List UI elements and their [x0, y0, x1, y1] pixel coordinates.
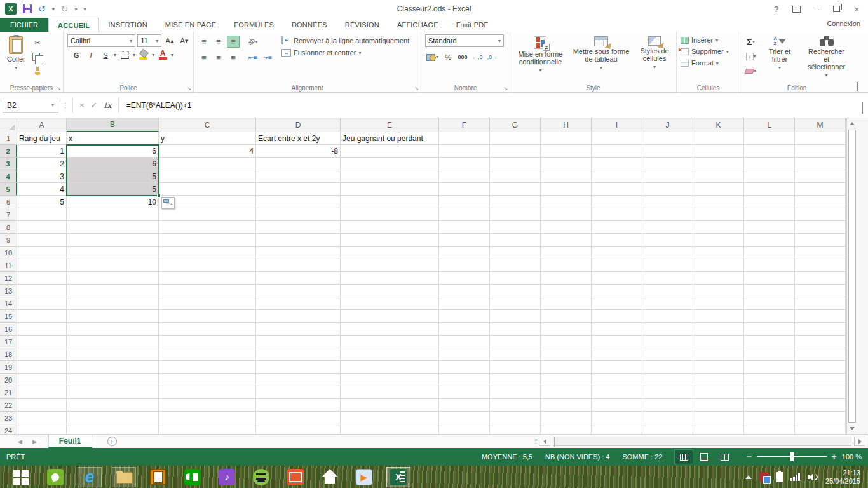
cell-F23[interactable]	[439, 412, 490, 424]
autofill-options-button[interactable]: ⁘+	[161, 197, 175, 209]
cell-D10[interactable]	[256, 247, 341, 259]
cell-I23[interactable]	[592, 412, 642, 424]
cell-A11[interactable]	[17, 259, 67, 272]
cell-M24[interactable]	[795, 424, 846, 434]
cell-C12[interactable]	[159, 272, 256, 285]
cell-G22[interactable]	[490, 399, 541, 412]
cell-A24[interactable]	[17, 424, 67, 434]
paste-button[interactable]: Coller▾	[4, 34, 29, 83]
cell-F24[interactable]	[439, 424, 490, 434]
excel-app-icon[interactable]: X	[5, 3, 17, 15]
cell-H20[interactable]	[541, 374, 592, 386]
cell-M1[interactable]	[795, 132, 846, 145]
bold-button[interactable]: G	[70, 49, 83, 61]
cell-L10[interactable]	[744, 247, 795, 259]
row-header-19[interactable]: 19	[0, 361, 17, 374]
cell-B17[interactable]	[67, 336, 159, 348]
taskbar-photos-icon[interactable]	[283, 467, 308, 487]
cell-I1[interactable]	[592, 132, 642, 145]
cell-E10[interactable]	[341, 247, 439, 259]
taskbar-music-icon[interactable]: ♪	[215, 467, 239, 487]
font-dialog-launcher[interactable]: ↘	[187, 86, 191, 92]
cell-E17[interactable]	[341, 336, 439, 348]
cell-C5[interactable]	[159, 183, 256, 196]
scroll-down-button[interactable]	[847, 423, 857, 434]
battery-icon[interactable]	[776, 472, 783, 482]
cell-D14[interactable]	[256, 297, 341, 310]
cell-F9[interactable]	[439, 234, 490, 247]
decrease-decimal-button[interactable]: ,0→	[486, 51, 499, 63]
cell-C7[interactable]	[159, 208, 256, 221]
cell-D20[interactable]	[256, 374, 341, 386]
formula-input[interactable]: =ENT(6*ALEA())+1	[123, 101, 192, 110]
cell-D24[interactable]	[256, 424, 341, 434]
cell-G24[interactable]	[490, 424, 541, 434]
cell-E22[interactable]	[341, 399, 439, 412]
vertical-scrollbar[interactable]	[846, 118, 857, 434]
cell-B6[interactable]: 10	[67, 196, 159, 208]
cell-K9[interactable]	[693, 234, 744, 247]
cell-B11[interactable]	[67, 259, 159, 272]
cell-E3[interactable]	[341, 158, 439, 170]
cell-I12[interactable]	[592, 272, 642, 285]
cell-I13[interactable]	[592, 285, 642, 297]
column-header-K[interactable]: K	[693, 118, 744, 132]
font-size-combo[interactable]: 11▾	[137, 34, 161, 47]
zoom-slider[interactable]	[757, 452, 827, 461]
cell-A8[interactable]	[17, 221, 67, 234]
cell-B10[interactable]	[67, 247, 159, 259]
expand-formula-bar-button[interactable]	[862, 102, 863, 113]
row-header-13[interactable]: 13	[0, 285, 17, 297]
alignment-dialog-launcher[interactable]: ↘	[414, 86, 419, 92]
cell-H12[interactable]	[541, 272, 592, 285]
cell-C8[interactable]	[159, 221, 256, 234]
font-name-combo[interactable]: Calibri▾	[67, 34, 135, 47]
cell-L23[interactable]	[744, 412, 795, 424]
cell-M11[interactable]	[795, 259, 846, 272]
cell-M4[interactable]	[795, 170, 846, 183]
cell-G21[interactable]	[490, 386, 541, 399]
column-header-L[interactable]: L	[744, 118, 795, 132]
row-header-9[interactable]: 9	[0, 234, 17, 247]
cell-J15[interactable]	[642, 310, 693, 323]
cell-M13[interactable]	[795, 285, 846, 297]
zoom-level[interactable]: 100 %	[842, 453, 862, 461]
cell-L17[interactable]	[744, 336, 795, 348]
column-header-H[interactable]: H	[541, 118, 592, 132]
insert-cells-button[interactable]: Insérer▾	[681, 36, 729, 44]
align-left-button[interactable]: ≡	[198, 51, 210, 64]
minimize-button[interactable]: –	[815, 4, 819, 14]
normal-view-button[interactable]	[675, 450, 693, 464]
cell-C16[interactable]	[159, 323, 256, 336]
ribbon-display-options-button[interactable]	[792, 6, 801, 13]
cell-H16[interactable]	[541, 323, 592, 336]
scroll-left-button[interactable]	[539, 437, 550, 446]
page-layout-view-button[interactable]	[695, 450, 713, 464]
save-button[interactable]	[23, 4, 32, 13]
row-header-8[interactable]: 8	[0, 221, 17, 234]
cell-I10[interactable]	[592, 247, 642, 259]
cell-J19[interactable]	[642, 361, 693, 374]
cell-B5[interactable]: 5	[67, 183, 159, 196]
cell-K2[interactable]	[693, 145, 744, 158]
number-dialog-launcher[interactable]: ↘	[503, 86, 508, 92]
cell-J7[interactable]	[642, 208, 693, 221]
cell-A9[interactable]	[17, 234, 67, 247]
cell-D23[interactable]	[256, 412, 341, 424]
row-header-14[interactable]: 14	[0, 297, 17, 310]
cell-K18[interactable]	[693, 348, 744, 361]
cell-G20[interactable]	[490, 374, 541, 386]
cell-C10[interactable]	[159, 247, 256, 259]
wrap-text-button[interactable]: ↵ Renvoyer à la ligne automatiquement	[281, 36, 409, 44]
cell-K5[interactable]	[693, 183, 744, 196]
cell-D5[interactable]	[256, 183, 341, 196]
confirm-entry-button[interactable]: ✓	[91, 100, 98, 110]
cell-A4[interactable]: 3	[17, 170, 67, 183]
row-header-1[interactable]: 1	[0, 132, 17, 145]
cell-A3[interactable]: 2	[17, 158, 67, 170]
cell-F14[interactable]	[439, 297, 490, 310]
column-header-B[interactable]: B	[67, 118, 159, 132]
cell-E16[interactable]	[341, 323, 439, 336]
cell-C19[interactable]	[159, 361, 256, 374]
cell-K24[interactable]	[693, 424, 744, 434]
